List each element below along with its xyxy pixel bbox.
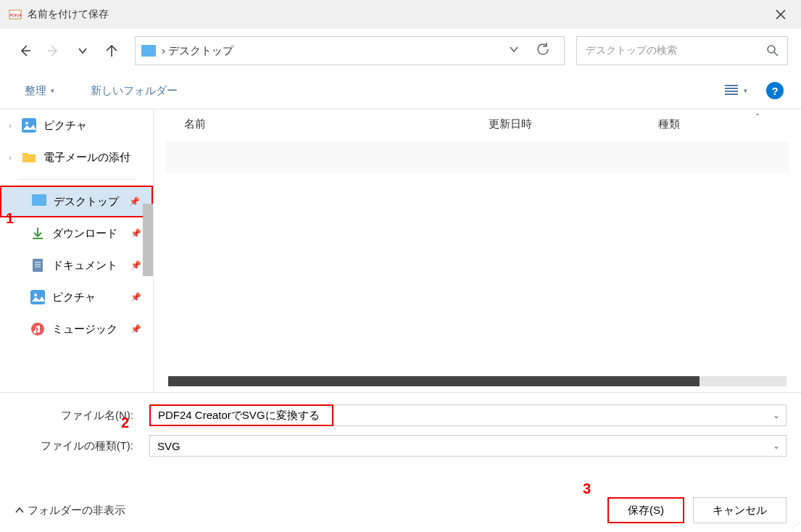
- sidebar-item-label: ドキュメント: [52, 259, 117, 273]
- annotation-3: 3: [583, 481, 591, 497]
- chevron-down-icon: [78, 46, 88, 56]
- window-title: 名前を付けて保存: [28, 8, 769, 21]
- nav-recent-button[interactable]: [71, 36, 94, 65]
- search-box[interactable]: デスクトップの検索: [576, 36, 788, 65]
- filetype-row: ファイルの種類(T): SVG ⌄: [14, 435, 787, 457]
- sidebar-item-label: 電子メールの添付: [43, 151, 130, 165]
- chevron-down-icon: ⌄: [773, 441, 780, 451]
- sidebar-item-downloads[interactable]: ダウンロード 📌: [0, 217, 153, 249]
- music-icon: [30, 322, 45, 336]
- form-area: ファイル名(N): ⌄ ファイルの種類(T): SVG ⌄: [0, 392, 801, 457]
- sidebar-item-label: ピクチャ: [52, 291, 96, 304]
- search-icon: [767, 45, 779, 57]
- sidebar-item-label: デスクトップ: [54, 195, 119, 209]
- file-row-placeholder: [165, 141, 789, 173]
- file-rows: [154, 138, 801, 376]
- scrollbar-track: [700, 376, 787, 386]
- sidebar: › ピクチャ › 電子メールの添付 デスクトップ 📌 ダウンロード 📌 ドキュメ…: [0, 109, 154, 392]
- sidebar-item-label: ダウンロード: [52, 227, 117, 241]
- desktop-icon: [32, 194, 46, 209]
- svg-rect-7: [30, 290, 45, 304]
- view-options-button[interactable]: [719, 85, 753, 96]
- svg-rect-6: [33, 259, 43, 272]
- svg-text:PDF24: PDF24: [10, 13, 22, 17]
- pin-icon: 📌: [130, 324, 141, 334]
- svg-rect-5: [32, 194, 46, 206]
- sidebar-scrollbar[interactable]: [143, 109, 153, 392]
- chevron-down-icon: [509, 44, 519, 54]
- nav-back-button[interactable]: [13, 36, 36, 65]
- scrollbar-thumb[interactable]: [168, 376, 700, 386]
- sidebar-separator: [17, 179, 136, 180]
- search-placeholder: デスクトップの検索: [586, 44, 767, 57]
- pin-icon: 📌: [130, 260, 141, 270]
- cancel-button[interactable]: キャンセル: [693, 497, 787, 523]
- column-modified[interactable]: 更新日時: [489, 117, 658, 131]
- toolbar: 整理 新しいフォルダー ?: [0, 72, 801, 109]
- refresh-button[interactable]: [528, 43, 558, 59]
- list-view-icon: [725, 85, 738, 96]
- close-button[interactable]: [769, 3, 792, 26]
- annotation-1: 1: [6, 210, 14, 227]
- nav-up-button[interactable]: [100, 36, 123, 65]
- filename-label: ファイル名(N):: [14, 409, 133, 423]
- close-icon: [776, 9, 786, 20]
- pin-icon: 📌: [130, 292, 141, 302]
- footer: フォルダーの非表示 保存(S) キャンセル: [0, 489, 801, 532]
- content-area: › ピクチャ › 電子メールの添付 デスクトップ 📌 ダウンロード 📌 ドキュメ…: [0, 109, 801, 392]
- save-button[interactable]: 保存(S): [607, 497, 684, 523]
- filename-row: ファイル名(N): ⌄: [14, 404, 787, 426]
- sidebar-item-email-attach[interactable]: › 電子メールの添付: [0, 141, 153, 173]
- help-button[interactable]: ?: [766, 82, 784, 99]
- horizontal-scrollbar[interactable]: [168, 376, 787, 386]
- svg-rect-3: [22, 118, 36, 133]
- app-icon: PDF24: [9, 8, 22, 21]
- address-bar[interactable]: › デスクトップ: [135, 36, 565, 65]
- filetype-select[interactable]: SVG ⌄: [149, 435, 787, 457]
- organize-button[interactable]: 整理: [17, 80, 62, 102]
- chevron-right-icon: ›: [9, 121, 22, 130]
- scrollbar-thumb[interactable]: [143, 204, 153, 276]
- address-dropdown[interactable]: [500, 44, 528, 57]
- navbar: › デスクトップ デスクトップの検索: [0, 29, 801, 72]
- column-name[interactable]: 名前: [175, 117, 489, 131]
- column-headers: 名前 更新日時 種類 ⌃: [154, 109, 801, 138]
- pin-icon: 📌: [129, 196, 140, 207]
- filename-input[interactable]: [149, 404, 333, 426]
- file-list-area: 名前 更新日時 種類 ⌃: [154, 109, 801, 392]
- annotation-2: 2: [121, 415, 129, 431]
- svg-point-8: [34, 294, 37, 296]
- breadcrumb: › デスクトップ: [162, 44, 233, 58]
- svg-point-2: [768, 46, 775, 53]
- sidebar-item-music[interactable]: ミュージック 📌: [0, 313, 153, 345]
- pictures-icon: [22, 118, 36, 133]
- sidebar-item-label: ピクチャ: [43, 119, 87, 133]
- filetype-label: ファイルの種類(T):: [14, 439, 133, 453]
- svg-point-9: [31, 323, 44, 336]
- chevron-down-icon: ⌄: [773, 410, 780, 420]
- sidebar-item-desktop[interactable]: デスクトップ 📌: [0, 186, 153, 217]
- pictures-icon: [30, 290, 45, 304]
- arrow-up-icon: [105, 44, 118, 57]
- sidebar-item-label: ミュージック: [52, 323, 117, 336]
- sort-up-icon: ⌃: [755, 112, 760, 120]
- hide-folders-link[interactable]: フォルダーの非表示: [14, 504, 125, 518]
- filename-select-extension[interactable]: ⌄: [333, 404, 787, 426]
- arrow-right-icon: [47, 44, 60, 57]
- sidebar-item-pictures[interactable]: › ピクチャ: [0, 109, 153, 141]
- folder-yellow-icon: [22, 150, 36, 165]
- sidebar-item-documents[interactable]: ドキュメント 📌: [0, 249, 153, 281]
- chevron-right-icon: ›: [9, 153, 22, 162]
- question-icon: ?: [771, 85, 778, 97]
- nav-forward-button: [42, 36, 65, 65]
- svg-point-4: [25, 122, 28, 125]
- refresh-icon: [536, 43, 549, 56]
- new-folder-button[interactable]: 新しいフォルダー: [83, 80, 185, 102]
- filetype-value: SVG: [157, 440, 180, 452]
- resize-grip[interactable]: ⋰: [792, 521, 800, 531]
- chevron-up-icon: [14, 505, 25, 515]
- arrow-left-icon: [18, 44, 31, 57]
- column-type[interactable]: 種類: [658, 117, 779, 131]
- sidebar-item-pictures2[interactable]: ピクチャ 📌: [0, 281, 153, 313]
- document-icon: [30, 258, 45, 273]
